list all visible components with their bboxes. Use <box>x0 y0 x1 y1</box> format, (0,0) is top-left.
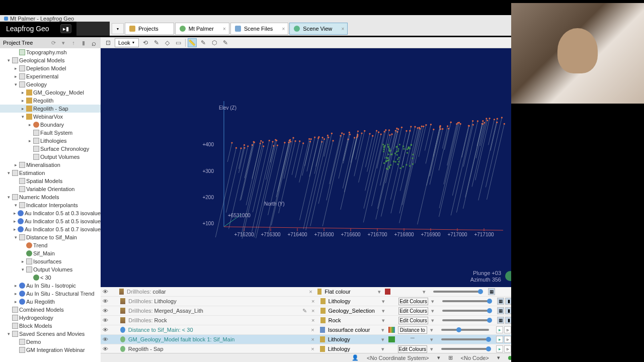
tree-item[interactable]: ▸Au In Situ - Structural Trend <box>0 290 101 298</box>
opacity-slider[interactable] <box>441 329 489 331</box>
tree-item[interactable]: Block Models <box>0 322 101 330</box>
scene-row[interactable]: 👁 Drillholes: collar × Flat colour ▾ ▾ ▦… <box>101 287 530 297</box>
options-icon[interactable]: ▾ <box>59 39 67 47</box>
tree-item[interactable]: ▸Au Indicator 0.5 at 0.3 isovalue <box>0 209 101 217</box>
scene-row[interactable]: 👁 Regolith - Sap × Lithology ▾ Edit Colo… <box>101 344 530 353</box>
ruler-icon[interactable]: 📏 <box>188 38 197 47</box>
orbit-icon[interactable]: ⟲ <box>141 38 150 47</box>
tab-project[interactable]: Mt Palmer × <box>175 23 229 35</box>
dropdown-icon[interactable]: ▾ <box>382 317 386 324</box>
polyline-icon[interactable]: ⬡ <box>210 38 219 47</box>
tree-item[interactable]: Hydrogeology <box>0 314 101 322</box>
scene-row[interactable]: 👁 Drillholes: Lithology × Lithology ▾ Ed… <box>101 297 530 306</box>
tab-scene-view[interactable]: Scene View × <box>289 23 348 35</box>
dropdown-icon[interactable]: ▾ <box>378 289 381 295</box>
tree-item[interactable]: ▸Au Regolith <box>0 298 101 306</box>
tree-item[interactable]: Output Volumes <box>0 153 101 161</box>
scene-row[interactable]: 👁 Drillholes: Merged_Assay_Lith ✎ × Geol… <box>101 306 530 316</box>
tree-item[interactable]: Combined Models <box>0 306 101 314</box>
scene-viewport[interactable]: Elev (Z)North (Y)East (X)+400+300+200+10… <box>101 48 511 287</box>
refresh-icon[interactable]: ⟳ <box>49 39 57 47</box>
tree-item[interactable]: Topography.msh <box>0 48 101 56</box>
tree-item[interactable]: Demo <box>0 338 101 346</box>
tree-item[interactable]: ▸Depletion Model <box>0 64 101 72</box>
tree-item[interactable]: Surface Chronology <box>0 145 101 153</box>
tree-item[interactable]: ▾Distance to Sif_Main <box>0 233 101 241</box>
dropdown-icon[interactable]: ▾ <box>381 346 385 352</box>
scene-object-list[interactable]: 👁 Drillholes: collar × Flat colour ▾ ▾ ▦… <box>101 287 530 353</box>
opacity-slider[interactable] <box>442 300 490 302</box>
edit-colours-button[interactable]: Distance to ... <box>398 326 427 334</box>
tree-item[interactable]: ▾Output Volumes <box>0 265 101 274</box>
tree-item[interactable]: ▾Indicator Interpolants <box>0 201 101 209</box>
visibility-icon[interactable]: 👁 <box>103 308 109 314</box>
remove-icon[interactable]: × <box>311 346 316 352</box>
edit-colours-button[interactable]: Edit Colours <box>398 298 428 305</box>
tree-item[interactable]: ▾Geological Models <box>0 56 101 64</box>
tree-item[interactable]: Trend <box>0 241 101 249</box>
opacity-slider[interactable] <box>433 291 481 293</box>
screenshot-icon[interactable]: ⊡ <box>104 38 113 47</box>
tree-item[interactable]: ▸Lithologies <box>0 137 101 145</box>
remove-icon[interactable]: × <box>311 298 317 304</box>
remove-icon[interactable]: × <box>311 317 317 323</box>
tree-item[interactable]: ▸Au In Situ - Isotropic <box>0 282 101 290</box>
plane-icon[interactable]: ▭ <box>174 38 183 47</box>
project-tree[interactable]: Topography.msh▾Geological Models▸Depleti… <box>0 48 101 362</box>
polyline2-icon[interactable]: ✎ <box>221 38 230 47</box>
edit-colours-button[interactable]: Edit Colours <box>398 307 428 315</box>
code-value[interactable]: <No Code> <box>461 355 489 361</box>
close-icon[interactable]: × <box>341 26 344 32</box>
tree-item[interactable]: ▾Estimation <box>0 169 101 177</box>
dropdown-icon[interactable]: ▾ <box>382 308 386 314</box>
tree-item[interactable]: ▸Mineralisation <box>0 161 101 169</box>
tree-item[interactable]: Sif_Main <box>0 249 101 257</box>
tree-item[interactable]: Spatial Models <box>0 177 101 185</box>
scene-row[interactable]: 👁 Drillholes: Rock × Rock ▾ Edit Colours… <box>101 316 530 325</box>
tree-item[interactable]: ▸Boundary <box>0 121 101 129</box>
tree-item[interactable]: GM Integration Webinar <box>0 346 101 354</box>
visibility-icon[interactable]: 👁 <box>103 298 109 304</box>
tree-item[interactable]: ▸Regolith <box>0 97 101 105</box>
look-button[interactable]: Look▾ <box>115 38 139 47</box>
lasso-icon[interactable]: ◇ <box>163 38 172 47</box>
tree-item[interactable]: ▸GM_Geology_Model <box>0 88 101 97</box>
sort-icon[interactable]: ↑ <box>69 39 77 47</box>
close-icon[interactable]: × <box>223 26 226 32</box>
visibility-icon[interactable]: 👁 <box>103 289 108 295</box>
tree-item[interactable]: Variable Orientation <box>0 185 101 193</box>
remove-icon[interactable]: × <box>311 308 317 314</box>
opacity-slider[interactable] <box>441 338 489 340</box>
tree-item[interactable]: ▾Saved Scenes and Movies <box>0 330 101 338</box>
tree-item[interactable]: < 30 <box>0 274 101 282</box>
tree-item[interactable]: ▸Isosurfaces <box>0 257 101 265</box>
tab-scene-files[interactable]: Scene Files × <box>230 23 288 35</box>
tree-item[interactable]: ▾WebinarVox <box>0 113 101 121</box>
visibility-icon[interactable]: 👁 <box>103 336 109 342</box>
tree-item[interactable]: ▸Au Indicator 0.5 at 0.5 isovalue <box>0 217 101 225</box>
tree-item[interactable]: Fault System <box>0 129 101 137</box>
tree-item[interactable]: ▸Regolith - Sap <box>0 105 101 113</box>
remove-icon[interactable]: × <box>309 289 314 295</box>
visibility-icon[interactable]: 👁 <box>103 346 108 352</box>
opacity-slider[interactable] <box>441 348 489 350</box>
coord-system[interactable]: <No Coordinate System> <box>367 355 429 361</box>
filter-icon[interactable]: ▮ <box>79 39 88 47</box>
edit-colours-button[interactable]: Edit Colours <box>398 345 427 353</box>
record-button[interactable]: ▸▮ <box>60 24 71 33</box>
dropdown-icon[interactable]: ▾ <box>382 298 386 305</box>
scene-row[interactable]: 👁 GM_Geology_Model fault block 1: Sif_Ma… <box>101 335 530 344</box>
tree-item[interactable]: ▾Numeric Models <box>0 193 101 201</box>
dropdown-icon[interactable]: ▾ <box>381 336 385 343</box>
opacity-slider[interactable] <box>442 319 490 321</box>
tree-item[interactable]: ▸Experimental <box>0 72 101 80</box>
remove-icon[interactable]: × <box>311 327 316 333</box>
scene-row[interactable]: 👁 Distance to Sif_Main: < 30 × Isosurfac… <box>101 325 530 335</box>
tree-item[interactable]: ▸Au Indicator 0.5 at 0.7 isovalue <box>0 225 101 233</box>
pick-icon[interactable]: ✎ <box>199 38 208 47</box>
visibility-icon[interactable]: 👁 <box>103 327 108 333</box>
tab-projects[interactable]: Projects <box>125 23 174 35</box>
search-icon[interactable]: ⌕ <box>90 39 98 47</box>
visibility-icon[interactable]: 👁 <box>103 317 109 323</box>
remove-icon[interactable]: × <box>311 336 317 342</box>
